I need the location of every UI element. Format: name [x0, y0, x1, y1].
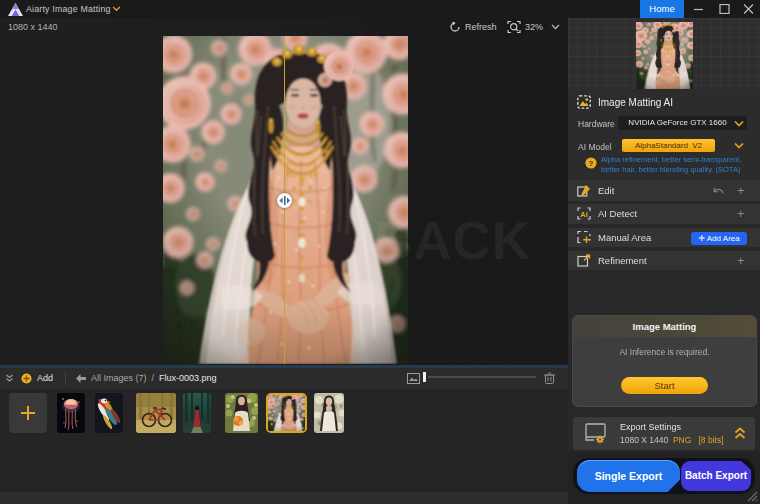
svg-text:AI: AI — [580, 210, 588, 219]
svg-text:?: ? — [589, 159, 594, 168]
